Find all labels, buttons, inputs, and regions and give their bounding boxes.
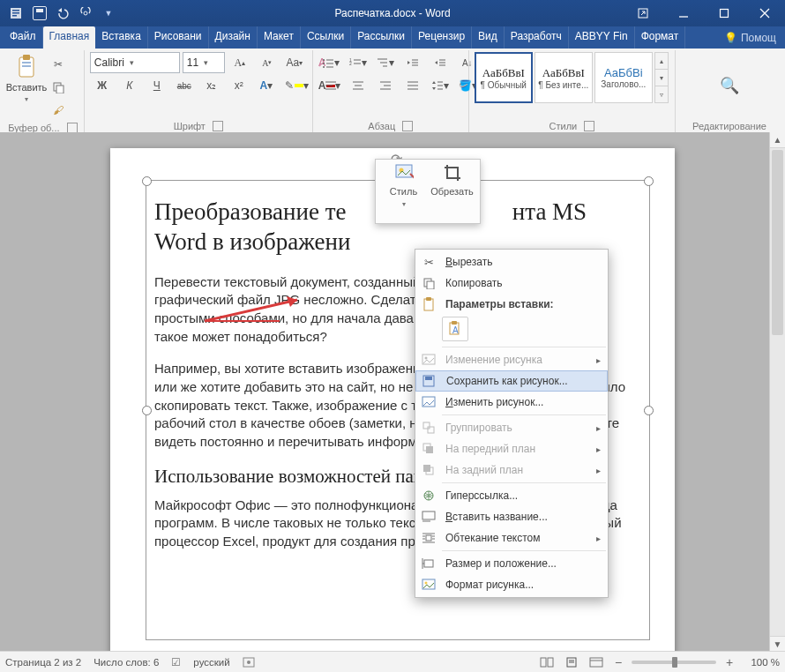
strikethrough-button[interactable]: abc <box>172 75 197 96</box>
tab-design[interactable]: Дизайн <box>209 26 258 49</box>
ctx-size-position[interactable]: Размер и положение... <box>415 553 608 574</box>
cut-button[interactable]: ✂ <box>46 54 71 75</box>
ctx-wrap-text[interactable]: Обтекание текстом ▸ <box>415 527 608 549</box>
status-proofing-icon[interactable]: ☑ <box>171 656 181 668</box>
scroll-thumb[interactable] <box>772 150 783 335</box>
line-spacing-button[interactable]: ▾ <box>428 75 452 96</box>
find-button[interactable]: 🔍 <box>718 74 741 97</box>
resize-handle-e[interactable] <box>644 406 654 415</box>
minimize-button[interactable] <box>663 0 704 26</box>
style-heading1[interactable]: АаБбВі Заголово... <box>594 52 653 103</box>
svg-rect-68 <box>428 427 434 433</box>
styles-launcher[interactable] <box>584 121 594 131</box>
align-right-button[interactable] <box>373 75 398 96</box>
svg-rect-3 <box>12 15 17 17</box>
scissors-icon: ✂ <box>54 58 63 71</box>
crop-button[interactable]: Обрезать <box>428 163 476 220</box>
font-family-combo[interactable]: Calibri▾ <box>90 52 180 73</box>
save-icon[interactable] <box>32 5 48 21</box>
svg-rect-13 <box>22 65 31 67</box>
ctx-copy[interactable]: Копировать <box>415 273 608 294</box>
tell-me-search[interactable]: 💡 Помощ <box>724 26 776 49</box>
zoom-out-button[interactable]: − <box>612 657 624 668</box>
resize-handle-nw[interactable] <box>142 176 152 186</box>
resize-handle-w[interactable] <box>142 406 152 415</box>
zoom-slider[interactable] <box>632 661 716 664</box>
status-word-count[interactable]: Число слов: 6 <box>93 657 159 668</box>
tab-references[interactable]: Ссылки <box>301 26 351 49</box>
qat-customize-icon[interactable]: ▼ <box>101 5 116 21</box>
resize-handle-ne[interactable] <box>644 176 654 186</box>
zoom-level[interactable]: 100 % <box>743 657 780 668</box>
justify-button[interactable] <box>400 75 425 96</box>
picture-style-button[interactable]: Стиль ▾ <box>379 163 428 220</box>
style-normal[interactable]: АаБбВвІ ¶ Обычный <box>475 52 533 103</box>
clipboard-launcher[interactable] <box>67 123 78 133</box>
vertical-scrollbar[interactable]: ▲ ▼ <box>769 132 785 652</box>
ribbon-display-options-icon[interactable] <box>623 0 663 26</box>
close-button[interactable] <box>744 0 785 26</box>
superscript-button[interactable]: x² <box>227 75 251 96</box>
zoom-slider-knob[interactable] <box>672 657 677 668</box>
ctx-format-picture-label: Формат рисунка... <box>445 579 601 591</box>
maximize-button[interactable] <box>704 0 744 26</box>
multilevel-list-button[interactable]: ▾ <box>373 52 398 73</box>
tab-draw[interactable]: Рисовани <box>148 26 209 49</box>
tab-review[interactable]: Рецензир <box>412 26 472 49</box>
status-macro-icon[interactable] <box>243 657 255 668</box>
styles-gallery[interactable]: АаБбВвІ ¶ Обычный АаБбВвІ ¶ Без инте... … <box>475 52 669 103</box>
tab-insert[interactable]: Вставка <box>95 26 148 49</box>
read-mode-button[interactable] <box>538 655 556 669</box>
numbering-button[interactable]: 12▾ <box>346 52 370 73</box>
tab-layout[interactable]: Макет <box>258 26 301 49</box>
bold-button[interactable]: Ж <box>90 75 115 96</box>
size-position-icon <box>419 555 438 572</box>
copy-button[interactable] <box>46 77 71 98</box>
bullets-button[interactable]: ▾ <box>318 52 343 73</box>
status-language[interactable]: русский <box>193 657 229 668</box>
status-page[interactable]: Страница 2 из 2 <box>5 657 81 668</box>
shrink-font-button[interactable]: A▾ <box>255 52 280 73</box>
tab-file[interactable]: Файл <box>4 26 43 49</box>
ctx-hyperlink[interactable]: Гиперссылка... <box>415 485 608 506</box>
tab-mailings[interactable]: Рассылки <box>351 26 412 49</box>
align-left-button[interactable] <box>318 75 343 96</box>
grow-font-button[interactable]: A▴ <box>228 52 252 73</box>
subscript-button[interactable]: x₂ <box>199 75 224 96</box>
print-layout-button[interactable] <box>563 655 580 669</box>
text-effects-button[interactable]: A▾ <box>254 75 279 96</box>
word-app-icon[interactable] <box>9 5 25 21</box>
tab-abbyy[interactable]: ABBYY Fin <box>569 26 635 49</box>
italic-button[interactable]: К <box>117 75 142 96</box>
ctx-save-as-picture[interactable]: Сохранить как рисунок... <box>415 370 608 392</box>
tab-home[interactable]: Главная <box>43 26 96 49</box>
paste-button[interactable]: Вставить▾ <box>7 52 46 105</box>
editing-group-label: Редактирование <box>692 120 766 132</box>
ctx-insert-caption[interactable]: Вставить название... <box>415 506 608 527</box>
decrease-indent-button[interactable] <box>400 52 425 73</box>
font-launcher[interactable] <box>213 121 223 131</box>
tab-view[interactable]: Вид <box>472 26 505 49</box>
underline-button[interactable]: Ч <box>145 75 169 96</box>
paste-keep-source-button[interactable]: A <box>442 317 468 341</box>
change-case-button[interactable]: Aa▾ <box>282 52 307 73</box>
ctx-edit-picture[interactable]: Изменить рисунок... <box>415 392 608 413</box>
font-size-combo[interactable]: 11▾ <box>183 52 225 73</box>
paragraph-launcher[interactable] <box>402 121 413 131</box>
tab-format[interactable]: Формат <box>635 26 686 49</box>
highlight-button[interactable]: ✎▾ <box>281 75 312 96</box>
format-painter-button[interactable]: 🖌 <box>46 100 71 121</box>
scroll-down-button[interactable]: ▼ <box>770 636 785 652</box>
undo-icon[interactable] <box>55 5 71 21</box>
styles-gallery-scroll[interactable]: ▴▾▿ <box>654 52 669 103</box>
redo-icon[interactable] <box>78 5 93 21</box>
increase-indent-button[interactable] <box>428 52 452 73</box>
scroll-up-button[interactable]: ▲ <box>770 132 785 148</box>
align-center-button[interactable] <box>346 75 370 96</box>
tab-developer[interactable]: Разработч <box>505 26 569 49</box>
zoom-in-button[interactable]: + <box>723 657 736 668</box>
style-no-spacing[interactable]: АаБбВвІ ¶ Без инте... <box>535 52 593 103</box>
ctx-format-picture[interactable]: Формат рисунка... <box>415 574 608 595</box>
web-layout-button[interactable] <box>587 655 605 669</box>
ctx-cut[interactable]: ✂ Вырезать <box>415 251 608 273</box>
